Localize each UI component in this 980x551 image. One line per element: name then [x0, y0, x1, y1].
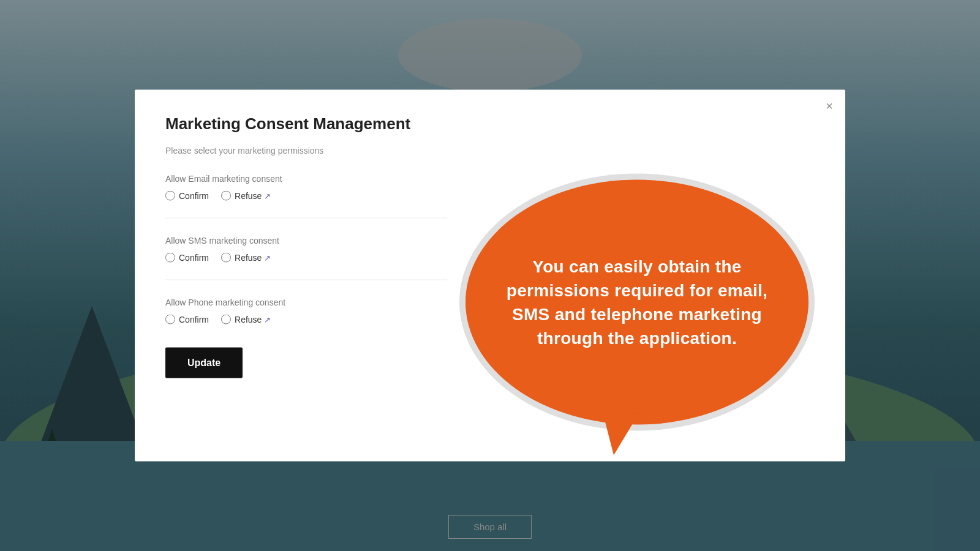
email-consent-options: Confirm Refuse ↗ — [165, 191, 447, 201]
modal-right: You can easily obtain the permissions re… — [459, 174, 815, 431]
phone-refuse-wrapper: Refuse ↗ — [221, 315, 271, 324]
sms-refuse-link-icon[interactable]: ↗ — [264, 253, 271, 262]
phone-consent-label: Allow Phone marketing consent — [165, 298, 447, 307]
speech-bubble-text: You can easily obtain the permissions re… — [490, 254, 784, 350]
email-confirm-option[interactable]: Confirm — [165, 191, 209, 201]
modal-title: Marketing Consent Management — [165, 114, 815, 133]
phone-confirm-option[interactable]: Confirm — [165, 315, 209, 324]
email-refuse-link-icon[interactable]: ↗ — [264, 191, 271, 200]
email-consent-label: Allow Email marketing consent — [165, 174, 447, 184]
speech-bubble-border: You can easily obtain the permissions re… — [459, 174, 815, 431]
sms-confirm-option[interactable]: Confirm — [165, 253, 209, 263]
phone-consent-options: Confirm Refuse ↗ — [165, 315, 447, 324]
close-button[interactable]: × — [826, 100, 833, 112]
divider-2 — [165, 280, 447, 280]
sms-refuse-label: Refuse — [235, 253, 262, 263]
update-button[interactable]: Update — [165, 348, 243, 378]
sms-refuse-option[interactable]: Refuse — [221, 253, 262, 263]
modal-left: Allow Email marketing consent Confirm Re… — [165, 174, 447, 431]
email-refuse-radio[interactable] — [221, 191, 231, 201]
phone-refuse-option[interactable]: Refuse — [221, 315, 262, 324]
email-confirm-label: Confirm — [179, 191, 209, 201]
phone-confirm-radio[interactable] — [165, 315, 175, 324]
email-consent-section: Allow Email marketing consent Confirm Re… — [165, 174, 447, 201]
divider-1 — [165, 218, 447, 219]
phone-refuse-link-icon[interactable]: ↗ — [264, 315, 271, 324]
modal: × Marketing Consent Management Please se… — [135, 90, 845, 462]
sms-confirm-radio[interactable] — [165, 253, 175, 263]
sms-refuse-radio[interactable] — [221, 253, 231, 263]
email-refuse-label: Refuse — [235, 191, 262, 201]
modal-body: Allow Email marketing consent Confirm Re… — [165, 174, 815, 431]
sms-consent-options: Confirm Refuse ↗ — [165, 253, 447, 263]
sms-consent-section: Allow SMS marketing consent Confirm Refu… — [165, 236, 447, 263]
shop-all-button[interactable]: Shop all — [448, 515, 532, 539]
sms-confirm-label: Confirm — [179, 253, 209, 263]
email-confirm-radio[interactable] — [165, 191, 175, 201]
sms-consent-label: Allow SMS marketing consent — [165, 236, 447, 246]
phone-confirm-label: Confirm — [179, 315, 209, 324]
email-refuse-wrapper: Refuse ↗ — [221, 191, 271, 201]
sms-refuse-wrapper: Refuse ↗ — [221, 253, 271, 263]
phone-consent-section: Allow Phone marketing consent Confirm Re… — [165, 298, 447, 324]
speech-bubble: You can easily obtain the permissions re… — [466, 180, 809, 425]
phone-refuse-radio[interactable] — [221, 315, 231, 324]
email-refuse-option[interactable]: Refuse — [221, 191, 262, 201]
phone-refuse-label: Refuse — [235, 315, 262, 324]
modal-subtitle: Please select your marketing permissions — [165, 146, 815, 156]
